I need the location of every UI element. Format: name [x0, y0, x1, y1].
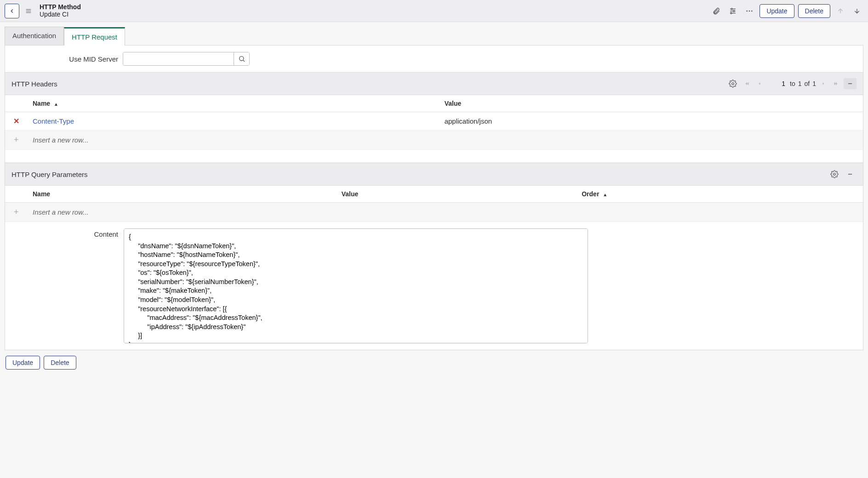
footer-actions: Update Delete — [5, 350, 863, 372]
tab-bar: Authentication HTTP Request — [5, 27, 863, 45]
record-name: Update CI — [40, 11, 81, 18]
http-query-table: Name Value Order ▲ + Insert a new row... — [5, 186, 863, 222]
pager-next-icon[interactable] — [819, 80, 828, 87]
topbar-right: Update Delete — [710, 4, 863, 18]
table-row[interactable]: ✕ Content-Type application/json — [5, 112, 863, 131]
svg-point-6 — [733, 10, 735, 11]
settings-sliders-icon[interactable] — [726, 5, 739, 17]
add-row-icon[interactable]: + — [14, 135, 19, 144]
pager-prev-icon[interactable] — [755, 80, 764, 87]
http-query-title: HTTP Query Parameters — [11, 171, 88, 178]
mid-server-field: Use MID Server — [5, 46, 263, 72]
http-headers-section-header: HTTP Headers to 1 of 1 — [5, 72, 863, 95]
tab-http-request[interactable]: HTTP Request — [64, 27, 125, 46]
content-field: Content — [5, 222, 863, 350]
query-col-name[interactable]: Name — [27, 186, 336, 203]
footer-update-button[interactable]: Update — [6, 356, 40, 370]
insert-row[interactable]: + Insert a new row... — [5, 203, 863, 222]
svg-point-18 — [834, 173, 836, 176]
http-request-panel: Use MID Server HTTP Headers — [5, 45, 863, 350]
header-value: application/json — [445, 117, 492, 125]
sort-asc-icon: ▲ — [603, 192, 607, 197]
tab-authentication[interactable]: Authentication — [5, 27, 64, 45]
svg-point-16 — [732, 83, 734, 85]
insert-row-placeholder[interactable]: Insert a new row... — [27, 131, 863, 150]
http-headers-table: Name ▲ Value ✕ Content-Type application/… — [5, 95, 863, 163]
record-title: HTTP Method Update CI — [40, 4, 81, 18]
http-query-section-header: HTTP Query Parameters — [5, 163, 863, 186]
pager-of-label: of — [805, 80, 810, 87]
more-actions-icon[interactable] — [743, 5, 756, 17]
http-headers-tools: to 1 of 1 — [726, 77, 857, 90]
delete-row-icon[interactable]: ✕ — [13, 117, 19, 125]
pager-to-value: 1 — [798, 80, 802, 87]
mid-server-input-group — [123, 52, 250, 66]
content-label: Content — [12, 228, 118, 238]
add-row-icon[interactable]: + — [14, 207, 19, 216]
pager-last-icon[interactable] — [831, 80, 841, 88]
gear-icon[interactable] — [726, 77, 739, 90]
svg-point-9 — [747, 10, 748, 11]
mid-server-label: Use MID Server — [12, 55, 118, 63]
sort-asc-icon: ▲ — [54, 102, 58, 107]
headers-pager: to 1 of 1 — [742, 79, 841, 88]
topbar-left: HTTP Method Update CI — [5, 4, 81, 18]
http-query-tools — [828, 168, 857, 181]
svg-point-14 — [239, 57, 243, 61]
svg-point-8 — [731, 12, 732, 14]
mid-server-lookup-button[interactable] — [234, 52, 249, 65]
pager-first-icon[interactable] — [742, 80, 752, 88]
attachment-icon[interactable] — [710, 5, 723, 17]
update-button[interactable]: Update — [760, 4, 794, 18]
prev-record-icon — [834, 5, 847, 17]
next-record-icon[interactable] — [851, 5, 863, 17]
http-headers-title: HTTP Headers — [11, 80, 57, 88]
pager-from-input[interactable] — [767, 79, 787, 88]
record-type: HTTP Method — [40, 4, 81, 11]
headers-col-action — [5, 95, 27, 112]
headers-col-value[interactable]: Value — [439, 95, 863, 112]
svg-point-10 — [749, 10, 750, 11]
svg-point-4 — [731, 8, 733, 10]
insert-row[interactable]: + Insert a new row... — [5, 131, 863, 150]
pager-to-label: to — [790, 80, 795, 87]
delete-button[interactable]: Delete — [798, 4, 830, 18]
gear-icon[interactable] — [828, 168, 841, 181]
footer-delete-button[interactable]: Delete — [44, 356, 76, 370]
content-textarea[interactable] — [124, 228, 588, 343]
pager-of-value: 1 — [812, 80, 816, 87]
query-col-action — [5, 186, 27, 203]
query-col-order[interactable]: Order ▲ — [576, 186, 863, 203]
query-col-value[interactable]: Value — [336, 186, 576, 203]
svg-line-15 — [243, 60, 245, 62]
top-bar: HTTP Method Update CI Update Delete — [0, 0, 868, 22]
insert-row-placeholder[interactable]: Insert a new row... — [27, 203, 863, 222]
context-menu-icon[interactable] — [23, 8, 34, 14]
collapse-section-icon[interactable] — [844, 78, 857, 89]
back-button[interactable] — [5, 4, 19, 18]
collapse-section-icon[interactable] — [844, 169, 857, 180]
mid-server-input[interactable] — [123, 52, 234, 65]
headers-col-name[interactable]: Name ▲ — [27, 95, 439, 112]
header-name-link[interactable]: Content-Type — [33, 117, 74, 125]
svg-point-11 — [751, 10, 753, 11]
